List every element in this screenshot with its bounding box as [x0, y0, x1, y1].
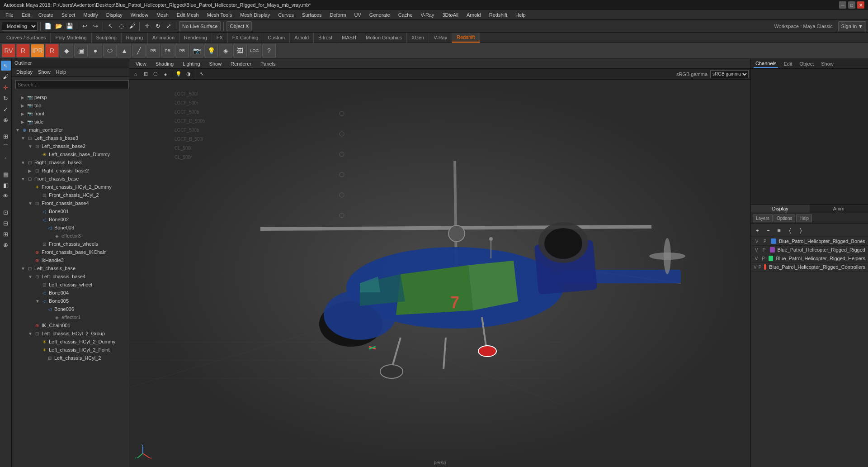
tree-item-effector3[interactable]: ◈ effector3	[12, 232, 129, 240]
vp-tb-light[interactable]: 💡	[174, 70, 183, 79]
layer-p-controllers[interactable]: P	[759, 265, 762, 270]
shelf-icon-diamond[interactable]: ◆	[60, 44, 73, 57]
select-tool-btn[interactable]: ↖	[1, 61, 11, 71]
object-x-button[interactable]: Object X	[226, 21, 252, 31]
menu-item-mesh-tools[interactable]: Mesh Tools	[203, 11, 236, 19]
new-file-icon[interactable]: 📄	[43, 22, 52, 31]
anim-btn[interactable]: ⊟	[1, 218, 11, 228]
layer-v-rigged[interactable]: V	[754, 248, 760, 253]
tree-item-front-chassis-ik[interactable]: ⊛ Front_chassis_base_IKChain	[12, 248, 129, 256]
menu-item-curves[interactable]: Curves	[274, 11, 297, 19]
shelf-icon-r[interactable]: R	[16, 44, 30, 57]
shelf-icon-ren[interactable]: 🖼	[233, 44, 247, 57]
shelf-icon-light[interactable]: 💡	[204, 44, 218, 57]
vp-gamma-select[interactable]: sRGB gamma	[710, 70, 749, 78]
vp-tb-home[interactable]: ⌂	[131, 70, 140, 79]
menu-item-select[interactable]: Select	[58, 11, 79, 19]
menu-item-create[interactable]: Create	[35, 11, 57, 19]
shelf-tab-animation[interactable]: Animation	[148, 33, 179, 43]
menu-item-cache[interactable]: Cache	[395, 11, 416, 19]
tree-item-left-chassis-base4[interactable]: ▼ ⊡ Left_chassis_base4	[12, 272, 129, 281]
shelf-tab-redshift[interactable]: Redshift	[452, 33, 480, 43]
snap-grid-btn[interactable]: ⊞	[1, 131, 11, 141]
options-subtab[interactable]: Options	[774, 214, 795, 222]
tree-item-bone006[interactable]: ◁ Bone006	[12, 305, 129, 313]
shelf-tab-xgen[interactable]: XGen	[407, 33, 429, 43]
tree-item-front-chassis-wheels[interactable]: ⊡ Front_chassis_wheels	[12, 240, 129, 248]
shelf-icon-mat[interactable]: ◈	[219, 44, 232, 57]
shelf-tab-sculpting[interactable]: Sculpting	[92, 33, 122, 43]
help-subtab[interactable]: Help	[796, 214, 812, 222]
paint-select-btn[interactable]: 🖌	[1, 71, 11, 81]
vp-tb-smooth[interactable]: ●	[161, 70, 170, 79]
move-icon[interactable]: ✛	[142, 22, 151, 31]
expand-top[interactable]: ▶	[21, 103, 26, 108]
shelf-icon-ellipse[interactable]: ⬭	[103, 44, 117, 57]
expand-front[interactable]: ▶	[21, 111, 26, 116]
expand-lcb3[interactable]: ▼	[21, 136, 26, 141]
select-icon[interactable]: ↖	[106, 22, 115, 31]
menu-item-mesh-display[interactable]: Mesh Display	[236, 11, 274, 19]
shelf-icon-pr2[interactable]: PR	[161, 44, 175, 57]
vp-tb-grid[interactable]: ⊞	[141, 70, 150, 79]
shelf-icon-line[interactable]: ╱	[132, 44, 146, 57]
tree-item-ik-chain001[interactable]: ⊛ IK_Chain001	[12, 321, 129, 329]
shelf-icon-log[interactable]: LOG	[248, 44, 261, 57]
no-live-surface-button[interactable]: No Live Surface	[179, 21, 221, 31]
menu-item-uv[interactable]: UV	[351, 11, 365, 19]
shelf-tab-poly-modeling[interactable]: Poly Modeling	[51, 33, 91, 43]
expand-persp[interactable]: ▶	[21, 95, 26, 100]
tree-item-persp[interactable]: ▶ 📷 persp	[12, 93, 129, 101]
redo-icon[interactable]: ↪	[91, 22, 100, 31]
expand-lcbase[interactable]: ▼	[21, 266, 26, 271]
layer-p-bones[interactable]: P	[762, 239, 768, 244]
shelf-icon-help[interactable]: ?	[262, 44, 276, 57]
expand-lhg[interactable]: ▼	[28, 331, 33, 336]
soft-mod-btn[interactable]: ⊕	[1, 115, 11, 125]
vp-tb-select[interactable]: ↖	[197, 70, 206, 79]
menu-item-edit-mesh[interactable]: Edit Mesh	[173, 11, 203, 19]
tree-item-left-chassis-base2[interactable]: ▼ ⊡ Left_chassis_base2	[12, 142, 129, 150]
vp-tb-shadow[interactable]: ◑	[184, 70, 193, 79]
shelf-tab-curves-surfaces[interactable]: Curves / Surfaces	[2, 33, 51, 43]
layer-item-rigged[interactable]: V P Blue_Patrol_Helicopter_Rigged_Rigged	[751, 246, 868, 254]
layer-item-controllers[interactable]: V P Blue_Patrol_Helicopter_Rigged_Contro…	[751, 263, 868, 272]
expand-rcb2[interactable]: ▶	[28, 168, 33, 173]
vp-lighting-menu[interactable]: Lighting	[179, 60, 204, 67]
shelf-tab-rigging[interactable]: Rigging	[122, 33, 148, 43]
workspace-dropdown[interactable]: Modeling	[2, 22, 38, 31]
vp-panels-menu[interactable]: Panels	[257, 60, 279, 67]
maximize-button[interactable]: □	[848, 1, 855, 9]
shelf-tab-custom[interactable]: Custom	[263, 33, 290, 43]
shelf-tab-arnold[interactable]: Arnold	[290, 33, 314, 43]
tree-item-bone003[interactable]: ◁ Bone003	[12, 224, 129, 232]
outliner-search-input[interactable]	[15, 80, 129, 89]
menu-item-surfaces[interactable]: Surfaces	[298, 11, 325, 19]
menu-item-arnold[interactable]: Arnold	[463, 11, 485, 19]
tree-item-bone005[interactable]: ▼ ◁ Bone005	[12, 297, 129, 305]
tree-item-left-chassis-base-dummy[interactable]: ✳ Left_chassis_base_Dummy	[12, 150, 129, 158]
outliner-display-menu[interactable]: Display	[14, 68, 35, 76]
menu-item-3dtoall[interactable]: 3DtoAll	[439, 11, 462, 19]
edit-tab[interactable]: Edit	[782, 60, 794, 67]
object-tab[interactable]: Object	[797, 60, 816, 67]
tree-item-front-hcyl2[interactable]: ⊡ Front_chassis_HCyl_2	[12, 191, 129, 199]
tree-item-effector1[interactable]: ◈ effector1	[12, 313, 129, 321]
viewport-canvas[interactable]: Symmetry: Object X	[129, 80, 750, 467]
extra-btn[interactable]: ⊕	[1, 240, 11, 250]
tree-item-front-hcyl2-dummy[interactable]: ✳ Front_chassis_HCyl_2_Dummy	[12, 183, 129, 191]
outliner-show-menu[interactable]: Show	[35, 68, 53, 76]
expand-lcb2[interactable]: ▼	[28, 144, 33, 149]
tree-item-ikhandle3[interactable]: ⊛ ikHandle3	[12, 256, 129, 264]
tree-item-left-hcyl2[interactable]: ⊡ Left_chassis_HCyl_2	[12, 354, 129, 362]
shelf-tab-motion-graphics[interactable]: Motion Graphics	[361, 33, 407, 43]
expand-main-controller[interactable]: ▼	[15, 128, 21, 133]
tree-item-bone004[interactable]: ◁ Bone004	[12, 289, 129, 297]
expand-fcb[interactable]: ▼	[21, 176, 26, 181]
display-tab[interactable]: Display	[751, 205, 810, 213]
shelf-tab-fx[interactable]: FX	[212, 33, 228, 43]
channels-tab[interactable]: Channels	[754, 60, 778, 68]
vp-renderer-menu[interactable]: Renderer	[227, 60, 255, 67]
expand-fcb4[interactable]: ▼	[28, 201, 33, 206]
tree-item-left-chassis-base3[interactable]: ▼ ⊡ Left_chassis_base3	[12, 134, 129, 142]
